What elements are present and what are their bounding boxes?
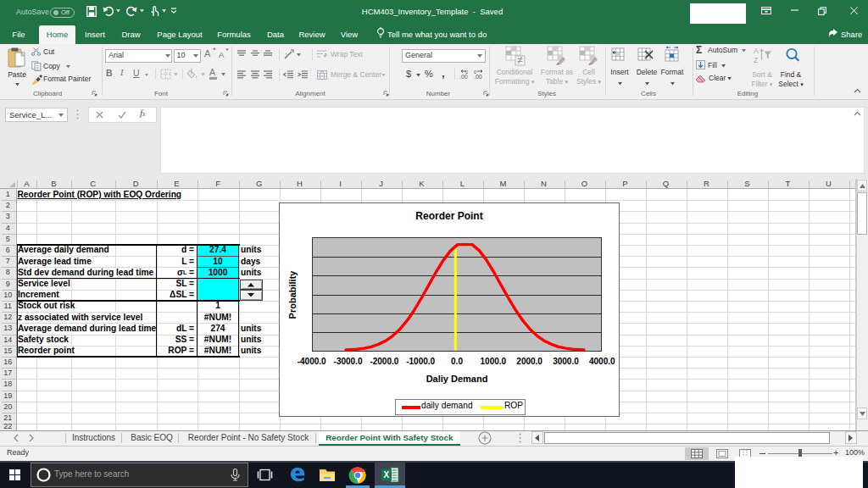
svg-text:A: A xyxy=(754,47,759,55)
svg-text:Z: Z xyxy=(754,56,758,64)
svg-text:.00: .00 xyxy=(459,74,468,80)
svg-text:0: 0 xyxy=(465,69,468,75)
svg-text:0: 0 xyxy=(474,69,476,75)
svg-text:X: X xyxy=(384,470,390,480)
